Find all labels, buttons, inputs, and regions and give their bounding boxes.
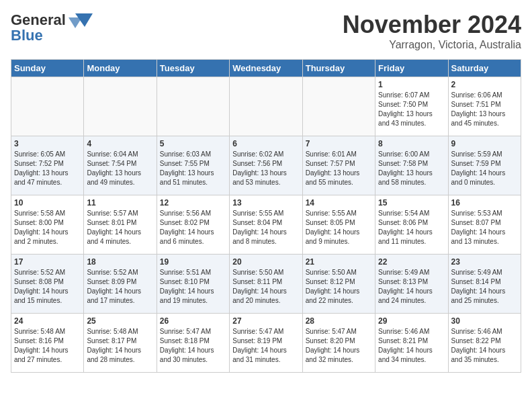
day-number: 2	[451, 80, 518, 89]
calendar-cell: 23Sunrise: 5:49 AMSunset: 8:14 PMDayligh…	[448, 255, 521, 314]
week-row: 1Sunrise: 6:07 AMSunset: 7:50 PMDaylight…	[11, 77, 521, 136]
month-title: November 2024	[343, 11, 521, 39]
calendar-cell: 14Sunrise: 5:55 AMSunset: 8:05 PMDayligh…	[302, 195, 375, 255]
calendar-cell	[302, 77, 375, 136]
calendar-cell: 18Sunrise: 5:52 AMSunset: 8:09 PMDayligh…	[84, 255, 157, 314]
calendar-cell	[84, 77, 157, 136]
cell-info: Sunrise: 6:07 AMSunset: 7:50 PMDaylight:…	[378, 91, 445, 128]
cell-info: Sunrise: 5:55 AMSunset: 8:05 PMDaylight:…	[306, 209, 372, 246]
cell-info: Sunrise: 5:56 AMSunset: 8:02 PMDaylight:…	[160, 209, 226, 246]
cell-info: Sunrise: 5:57 AMSunset: 8:01 PMDaylight:…	[87, 209, 153, 246]
day-number: 23	[451, 257, 518, 267]
col-header-wednesday: Wednesday	[230, 60, 302, 77]
cell-info: Sunrise: 6:02 AMSunset: 7:56 PMDaylight:…	[232, 150, 299, 187]
cell-info: Sunrise: 5:46 AMSunset: 8:22 PMDaylight:…	[451, 327, 518, 365]
day-number: 30	[451, 316, 518, 326]
calendar-cell: 2Sunrise: 6:06 AMSunset: 7:51 PMDaylight…	[448, 77, 521, 136]
day-number: 29	[378, 316, 445, 326]
logo-blue: Blue	[11, 27, 43, 44]
cell-info: Sunrise: 6:01 AMSunset: 7:57 PMDaylight:…	[306, 150, 372, 187]
cell-info: Sunrise: 5:50 AMSunset: 8:12 PMDaylight:…	[306, 268, 372, 306]
calendar-cell: 11Sunrise: 5:57 AMSunset: 8:01 PMDayligh…	[84, 195, 157, 255]
col-header-tuesday: Tuesday	[157, 60, 229, 77]
col-header-saturday: Saturday	[448, 60, 521, 77]
cell-info: Sunrise: 5:50 AMSunset: 8:11 PMDaylight:…	[232, 268, 299, 306]
day-number: 10	[14, 198, 81, 208]
calendar-cell: 10Sunrise: 5:58 AMSunset: 8:00 PMDayligh…	[11, 195, 84, 255]
calendar-cell: 7Sunrise: 6:01 AMSunset: 7:57 PMDaylight…	[302, 136, 375, 195]
day-number: 1	[378, 80, 445, 89]
day-number: 6	[232, 139, 299, 148]
day-number: 28	[306, 316, 372, 326]
calendar-cell: 30Sunrise: 5:46 AMSunset: 8:22 PMDayligh…	[448, 314, 521, 373]
cell-info: Sunrise: 5:59 AMSunset: 7:59 PMDaylight:…	[451, 150, 518, 187]
cell-info: Sunrise: 5:49 AMSunset: 8:14 PMDaylight:…	[451, 268, 518, 306]
calendar-cell: 13Sunrise: 5:55 AMSunset: 8:04 PMDayligh…	[230, 195, 302, 255]
cell-info: Sunrise: 5:48 AMSunset: 8:16 PMDaylight:…	[14, 327, 81, 365]
calendar-cell: 20Sunrise: 5:50 AMSunset: 8:11 PMDayligh…	[230, 255, 302, 314]
cell-info: Sunrise: 5:55 AMSunset: 8:04 PMDaylight:…	[232, 209, 299, 246]
day-number: 17	[14, 257, 81, 267]
week-row: 10Sunrise: 5:58 AMSunset: 8:00 PMDayligh…	[11, 195, 521, 255]
cell-info: Sunrise: 5:52 AMSunset: 8:09 PMDaylight:…	[87, 268, 153, 306]
logo-icon	[69, 11, 93, 30]
header: General Blue November 2024 Yarragon, Vic…	[11, 11, 521, 51]
calendar-cell	[11, 77, 84, 136]
header-row: SundayMondayTuesdayWednesdayThursdayFrid…	[11, 60, 521, 77]
calendar-cell: 5Sunrise: 6:03 AMSunset: 7:55 PMDaylight…	[157, 136, 229, 195]
cell-info: Sunrise: 5:47 AMSunset: 8:18 PMDaylight:…	[160, 327, 226, 365]
calendar-cell: 21Sunrise: 5:50 AMSunset: 8:12 PMDayligh…	[302, 255, 375, 314]
calendar-cell: 9Sunrise: 5:59 AMSunset: 7:59 PMDaylight…	[448, 136, 521, 195]
day-number: 21	[306, 257, 372, 267]
cell-info: Sunrise: 6:05 AMSunset: 7:52 PMDaylight:…	[14, 150, 81, 187]
calendar-cell: 26Sunrise: 5:47 AMSunset: 8:18 PMDayligh…	[157, 314, 229, 373]
cell-info: Sunrise: 5:53 AMSunset: 8:07 PMDaylight:…	[451, 209, 518, 246]
calendar-cell: 12Sunrise: 5:56 AMSunset: 8:02 PMDayligh…	[157, 195, 229, 255]
week-row: 24Sunrise: 5:48 AMSunset: 8:16 PMDayligh…	[11, 314, 521, 373]
col-header-thursday: Thursday	[302, 60, 375, 77]
day-number: 9	[451, 139, 518, 148]
day-number: 11	[87, 198, 153, 208]
calendar-cell: 28Sunrise: 5:47 AMSunset: 8:20 PMDayligh…	[302, 314, 375, 373]
location-subtitle: Yarragon, Victoria, Australia	[343, 39, 521, 51]
day-number: 14	[306, 198, 372, 208]
day-number: 24	[14, 316, 81, 326]
title-area: November 2024 Yarragon, Victoria, Austra…	[343, 11, 521, 51]
calendar-cell: 22Sunrise: 5:49 AMSunset: 8:13 PMDayligh…	[375, 255, 448, 314]
col-header-friday: Friday	[375, 60, 448, 77]
day-number: 5	[160, 139, 226, 148]
cell-info: Sunrise: 6:00 AMSunset: 7:58 PMDaylight:…	[378, 150, 445, 187]
cell-info: Sunrise: 5:54 AMSunset: 8:06 PMDaylight:…	[378, 209, 445, 246]
day-number: 26	[160, 316, 226, 326]
day-number: 16	[451, 198, 518, 208]
cell-info: Sunrise: 5:47 AMSunset: 8:20 PMDaylight:…	[306, 327, 372, 365]
day-number: 7	[306, 139, 372, 148]
cell-info: Sunrise: 6:03 AMSunset: 7:55 PMDaylight:…	[160, 150, 226, 187]
week-row: 3Sunrise: 6:05 AMSunset: 7:52 PMDaylight…	[11, 136, 521, 195]
week-row: 17Sunrise: 5:52 AMSunset: 8:08 PMDayligh…	[11, 255, 521, 314]
day-number: 18	[87, 257, 153, 267]
cell-info: Sunrise: 5:48 AMSunset: 8:17 PMDaylight:…	[87, 327, 153, 365]
calendar-cell: 1Sunrise: 6:07 AMSunset: 7:50 PMDaylight…	[375, 77, 448, 136]
calendar-cell: 25Sunrise: 5:48 AMSunset: 8:17 PMDayligh…	[84, 314, 157, 373]
day-number: 12	[160, 198, 226, 208]
day-number: 25	[87, 316, 153, 326]
col-header-sunday: Sunday	[11, 60, 84, 77]
day-number: 22	[378, 257, 445, 267]
calendar-cell: 24Sunrise: 5:48 AMSunset: 8:16 PMDayligh…	[11, 314, 84, 373]
cell-info: Sunrise: 5:51 AMSunset: 8:10 PMDaylight:…	[160, 268, 226, 306]
logo: General Blue	[11, 11, 93, 44]
cell-info: Sunrise: 5:46 AMSunset: 8:21 PMDaylight:…	[378, 327, 445, 365]
calendar-table: SundayMondayTuesdayWednesdayThursdayFrid…	[11, 59, 521, 373]
calendar-cell: 3Sunrise: 6:05 AMSunset: 7:52 PMDaylight…	[11, 136, 84, 195]
day-number: 27	[232, 316, 299, 326]
day-number: 19	[160, 257, 226, 267]
calendar-cell	[157, 77, 229, 136]
day-number: 4	[87, 139, 153, 148]
svg-marker-1	[69, 17, 82, 28]
cell-info: Sunrise: 5:49 AMSunset: 8:13 PMDaylight:…	[378, 268, 445, 306]
day-number: 3	[14, 139, 81, 148]
calendar-cell	[230, 77, 302, 136]
cell-info: Sunrise: 5:52 AMSunset: 8:08 PMDaylight:…	[14, 268, 81, 306]
day-number: 20	[232, 257, 299, 267]
